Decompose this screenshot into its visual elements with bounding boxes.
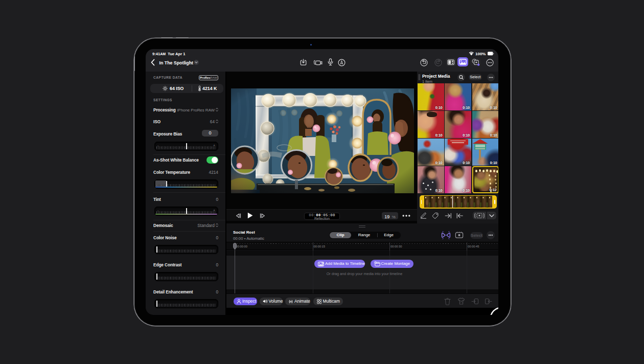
svg-text:100%: 100% (475, 52, 486, 56)
